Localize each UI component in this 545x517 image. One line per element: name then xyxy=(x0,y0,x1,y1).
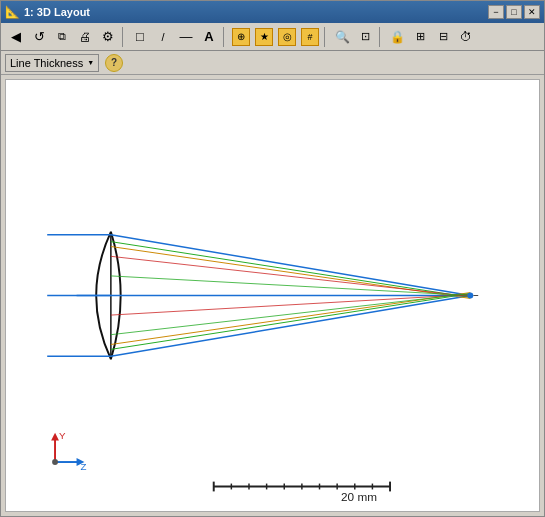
copy-button[interactable]: ⧉ xyxy=(51,26,73,48)
crosshair-button[interactable]: ⊕ xyxy=(230,26,252,48)
layout-svg: 20 mm Y Z xyxy=(6,80,539,511)
separator-1 xyxy=(122,27,126,47)
lock-button[interactable]: 🔒 xyxy=(386,26,408,48)
svg-text:20 mm: 20 mm xyxy=(341,490,377,503)
help-icon: ? xyxy=(111,57,117,68)
title-bar-left: 📐 1: 3D Layout xyxy=(5,5,90,19)
minimize-button[interactable]: − xyxy=(488,5,504,19)
print-button[interactable]: 🖨 xyxy=(74,26,96,48)
svg-point-37 xyxy=(52,459,58,465)
line-thickness-label: Line Thickness xyxy=(10,57,83,69)
clock-button[interactable]: ⏱ xyxy=(455,26,477,48)
window-title: 1: 3D Layout xyxy=(24,6,90,18)
options-bar: Line Thickness ? xyxy=(1,51,544,75)
view2-button[interactable]: ⊟ xyxy=(432,26,454,48)
window-icon: 📐 xyxy=(5,5,20,19)
target-button[interactable]: ◎ xyxy=(276,26,298,48)
zoom-area-button[interactable]: ⊡ xyxy=(354,26,376,48)
svg-point-14 xyxy=(467,293,473,299)
title-controls: − □ ✕ xyxy=(488,5,540,19)
svg-text:Y: Y xyxy=(59,430,66,441)
separator-2 xyxy=(223,27,227,47)
view1-button[interactable]: ⊞ xyxy=(409,26,431,48)
main-window: 📐 1: 3D Layout − □ ✕ ◀ ↺ ⧉ 🖨 ⚙ □ / — A ⊕… xyxy=(0,0,545,517)
line-thickness-dropdown[interactable]: Line Thickness xyxy=(5,54,99,72)
text-tool-button[interactable]: A xyxy=(198,26,220,48)
line-tool-button[interactable]: / xyxy=(152,26,174,48)
svg-text:Z: Z xyxy=(81,461,87,472)
help-button[interactable]: ? xyxy=(105,54,123,72)
restore-button[interactable]: □ xyxy=(506,5,522,19)
rect-tool-button[interactable]: □ xyxy=(129,26,151,48)
separator-4 xyxy=(379,27,383,47)
close-button[interactable]: ✕ xyxy=(524,5,540,19)
grid-button[interactable]: # xyxy=(299,26,321,48)
zoom-button[interactable]: 🔍 xyxy=(331,26,353,48)
back-button[interactable]: ◀ xyxy=(5,26,27,48)
dash-line-button[interactable]: — xyxy=(175,26,197,48)
main-toolbar: ◀ ↺ ⧉ 🖨 ⚙ □ / — A ⊕ ★ ◎ # 🔍 ⊡ 🔒 ⊞ ⊟ ⏱ xyxy=(1,23,544,51)
separator-3 xyxy=(324,27,328,47)
title-bar: 📐 1: 3D Layout − □ ✕ xyxy=(1,1,544,23)
settings-button[interactable]: ⚙ xyxy=(97,26,119,48)
star-button[interactable]: ★ xyxy=(253,26,275,48)
canvas-area[interactable]: 20 mm Y Z xyxy=(5,79,540,512)
refresh-button[interactable]: ↺ xyxy=(28,26,50,48)
